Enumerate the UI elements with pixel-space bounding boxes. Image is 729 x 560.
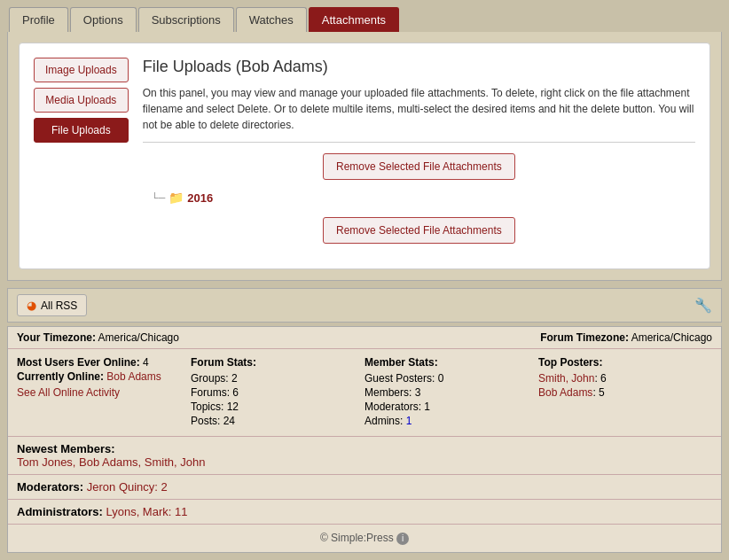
white-panel: Image Uploads Media Uploads File Uploads… bbox=[19, 43, 710, 269]
main-area: Image Uploads Media Uploads File Uploads… bbox=[7, 32, 722, 281]
tab-attachments[interactable]: Attachments bbox=[309, 7, 399, 32]
admins-stat: Admins: 1 bbox=[364, 415, 538, 427]
forum-timezone-value: America/Chicago bbox=[631, 331, 712, 344]
wrench-icon: 🔧 bbox=[694, 297, 712, 314]
administrators-link[interactable]: Lyons, Mark: 11 bbox=[106, 505, 187, 518]
tree-lines-icon: └─ bbox=[152, 193, 166, 203]
tab-subscriptions[interactable]: Subscriptions bbox=[138, 7, 234, 32]
rss-icon: ◕ bbox=[27, 299, 36, 312]
poster1-stat: Smith, John: 6 bbox=[538, 372, 712, 385]
simplepress-footer: © Simple:Press i bbox=[8, 525, 721, 552]
forum-stats-col: Forum Stats: Groups: 2 Forums: 6 Topics:… bbox=[191, 356, 364, 429]
most-online-value: 4 bbox=[143, 356, 149, 369]
newest-members-label: Newest Members: bbox=[17, 442, 115, 455]
most-online-label: Most Users Ever Online: bbox=[17, 356, 140, 369]
right-content: File Uploads (Bob Adams) On this panel, … bbox=[143, 58, 695, 254]
forum-stats-label: Forum Stats: bbox=[191, 356, 364, 369]
topics-stat: Topics: 12 bbox=[191, 401, 364, 413]
panel-title: File Uploads (Bob Adams) bbox=[143, 58, 695, 76]
side-stats-row: Most Users Ever Online: 4 Currently Onli… bbox=[17, 356, 712, 429]
groups-stat: Groups: 2 bbox=[191, 372, 364, 385]
your-timezone-label: Your Timezone: bbox=[17, 331, 96, 344]
panel-description: On this panel, you may view and manage y… bbox=[143, 85, 695, 143]
tab-watches[interactable]: Watches bbox=[236, 7, 307, 32]
poster1-link[interactable]: Smith, John bbox=[538, 372, 594, 385]
your-timezone: Your Timezone: America/Chicago bbox=[17, 331, 179, 344]
moderators-link[interactable]: Jeron Quincy: 2 bbox=[87, 480, 168, 494]
members-stat: Members: 3 bbox=[364, 386, 538, 399]
most-online-stat: Most Users Ever Online: 4 bbox=[17, 356, 191, 369]
remove-selected-bottom-button[interactable]: Remove Selected File Attachments bbox=[323, 217, 515, 244]
stats-area: Your Timezone: America/Chicago Forum Tim… bbox=[7, 326, 722, 553]
guest-posters-stat: Guest Posters: 0 bbox=[364, 372, 538, 385]
info-icon[interactable]: i bbox=[396, 533, 409, 545]
top-posters-col: Top Posters: Smith, John: 6 Bob Adams: 5 bbox=[538, 356, 712, 401]
moderators-stat: Moderators: 1 bbox=[364, 401, 538, 413]
forums-stat: Forums: 6 bbox=[191, 386, 364, 399]
poster1-count: 6 bbox=[600, 372, 607, 385]
poster2-stat: Bob Adams: 5 bbox=[538, 386, 712, 399]
poster2-count: 5 bbox=[599, 386, 605, 399]
footer-text: © Simple:Press bbox=[320, 532, 394, 544]
administrators-label: Administrators: bbox=[17, 505, 103, 518]
top-nav: Profile Options Subscriptions Watches At… bbox=[0, 0, 729, 32]
all-rss-button[interactable]: ◕ All RSS bbox=[17, 294, 87, 316]
poster2-link[interactable]: Bob Adams bbox=[538, 386, 592, 399]
top-posters-label: Top Posters: bbox=[538, 356, 712, 369]
media-uploads-button[interactable]: Media Uploads bbox=[34, 88, 129, 113]
member-stats-col: Member Stats: Guest Posters: 0 Members: … bbox=[364, 356, 538, 429]
left-stats-col: Most Users Ever Online: 4 Currently Onli… bbox=[17, 356, 191, 401]
folder-icon: 📁 bbox=[169, 191, 184, 205]
folder-name[interactable]: 2016 bbox=[187, 191, 213, 205]
file-uploads-button[interactable]: File Uploads bbox=[34, 118, 129, 143]
posts-stat: Posts: 24 bbox=[191, 415, 364, 427]
moderators-row: Moderators: Jeron Quincy: 2 bbox=[8, 475, 721, 500]
side-stats: Most Users Ever Online: 4 Currently Onli… bbox=[8, 349, 721, 437]
currently-online-link[interactable]: Bob Adams bbox=[106, 370, 161, 383]
admins-link[interactable]: 1 bbox=[406, 415, 412, 427]
rss-bar: ◕ All RSS 🔧 bbox=[7, 288, 722, 323]
moderators-label: Moderators: bbox=[17, 480, 83, 494]
remove-selected-top-button[interactable]: Remove Selected File Attachments bbox=[323, 153, 515, 180]
administrators-row: Administrators: Lyons, Mark: 11 bbox=[8, 500, 721, 525]
image-uploads-button[interactable]: Image Uploads bbox=[34, 58, 129, 82]
folder-tree: └─ 📁 2016 bbox=[152, 191, 695, 205]
timezone-bar: Your Timezone: America/Chicago Forum Tim… bbox=[8, 327, 721, 349]
tab-options[interactable]: Options bbox=[70, 7, 137, 32]
forum-timezone: Forum Timezone: America/Chicago bbox=[540, 331, 712, 344]
newest-members-row: Newest Members: Tom Jones, Bob Adams, Sm… bbox=[8, 437, 721, 475]
member-stats-label: Member Stats: bbox=[364, 356, 538, 369]
sidebar: Image Uploads Media Uploads File Uploads bbox=[34, 58, 129, 254]
newest-members-links[interactable]: Tom Jones, Bob Adams, Smith, John bbox=[17, 455, 205, 469]
your-timezone-value: America/Chicago bbox=[98, 331, 179, 344]
forum-timezone-label: Forum Timezone: bbox=[540, 331, 629, 344]
folder-row: └─ 📁 2016 bbox=[152, 191, 695, 205]
rss-label: All RSS bbox=[41, 299, 77, 312]
see-all-activity-link[interactable]: See All Online Activity bbox=[17, 386, 120, 399]
currently-online-stat: Currently Online: Bob Adams bbox=[17, 370, 191, 383]
tab-profile[interactable]: Profile bbox=[9, 7, 68, 32]
currently-online-label: Currently Online: bbox=[17, 370, 104, 383]
